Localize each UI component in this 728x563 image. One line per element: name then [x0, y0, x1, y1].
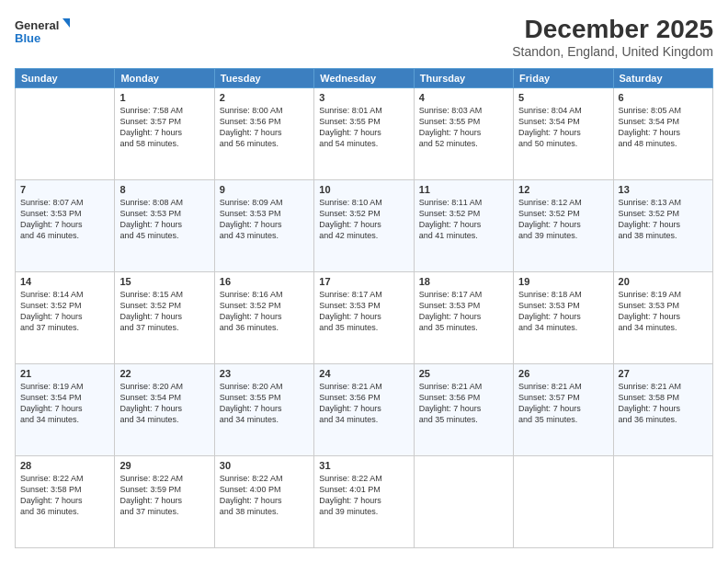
day-number: 12: [518, 184, 608, 195]
calendar-cell: 31Sunrise: 8:22 AMSunset: 4:01 PMDayligh…: [314, 456, 414, 548]
calendar-cell: 17Sunrise: 8:17 AMSunset: 3:53 PMDayligh…: [314, 272, 414, 364]
day-number: 23: [220, 368, 309, 379]
main-title: December 2025: [512, 15, 713, 44]
calendar-week-row: 21Sunrise: 8:19 AMSunset: 3:54 PMDayligh…: [16, 364, 713, 456]
cell-info: Sunrise: 8:21 AMSunset: 3:56 PMDaylight:…: [319, 381, 408, 426]
calendar-cell: 3Sunrise: 8:01 AMSunset: 3:55 PMDaylight…: [314, 88, 414, 180]
cell-info: Sunrise: 8:17 AMSunset: 3:53 PMDaylight:…: [319, 289, 408, 334]
day-number: 18: [419, 276, 508, 287]
cell-info: Sunrise: 8:05 AMSunset: 3:54 PMDaylight:…: [619, 105, 708, 150]
subtitle: Standon, England, United Kingdom: [512, 44, 713, 59]
day-number: 15: [119, 276, 209, 287]
day-number: 4: [419, 92, 508, 103]
calendar-cell: 29Sunrise: 8:22 AMSunset: 3:59 PMDayligh…: [115, 456, 214, 548]
cell-info: Sunrise: 8:14 AMSunset: 3:52 PMDaylight:…: [20, 289, 109, 334]
cell-info: Sunrise: 8:20 AMSunset: 3:55 PMDaylight:…: [220, 381, 309, 426]
calendar-cell: 27Sunrise: 8:21 AMSunset: 3:58 PMDayligh…: [613, 364, 712, 456]
calendar-cell: 26Sunrise: 8:21 AMSunset: 3:57 PMDayligh…: [514, 364, 613, 456]
calendar-cell: 18Sunrise: 8:17 AMSunset: 3:53 PMDayligh…: [414, 272, 513, 364]
day-number: 11: [419, 184, 508, 195]
calendar-cell: [16, 88, 115, 180]
svg-marker-2: [63, 18, 70, 28]
cell-info: Sunrise: 8:07 AMSunset: 3:53 PMDaylight:…: [20, 197, 109, 242]
calendar-day-header: Saturday: [613, 69, 712, 88]
day-number: 19: [518, 276, 608, 287]
day-number: 21: [20, 368, 109, 379]
cell-info: Sunrise: 8:16 AMSunset: 3:52 PMDaylight:…: [220, 289, 309, 334]
cell-info: Sunrise: 8:19 AMSunset: 3:54 PMDaylight:…: [20, 381, 109, 426]
calendar-cell: 4Sunrise: 8:03 AMSunset: 3:55 PMDaylight…: [414, 88, 513, 180]
cell-info: Sunrise: 8:22 AMSunset: 3:58 PMDaylight:…: [20, 473, 109, 518]
cell-info: Sunrise: 8:13 AMSunset: 3:52 PMDaylight:…: [619, 197, 708, 242]
calendar-cell: 11Sunrise: 8:11 AMSunset: 3:52 PMDayligh…: [414, 180, 513, 272]
calendar-day-header: Wednesday: [314, 69, 414, 88]
calendar-cell: 19Sunrise: 8:18 AMSunset: 3:53 PMDayligh…: [514, 272, 613, 364]
cell-info: Sunrise: 8:11 AMSunset: 3:52 PMDaylight:…: [419, 197, 508, 242]
calendar-cell: 5Sunrise: 8:04 AMSunset: 3:54 PMDaylight…: [514, 88, 613, 180]
calendar-cell: [414, 456, 513, 548]
calendar-day-header: Friday: [514, 69, 613, 88]
cell-info: Sunrise: 8:19 AMSunset: 3:53 PMDaylight:…: [619, 289, 708, 334]
day-number: 9: [220, 184, 309, 195]
calendar-day-header: Monday: [115, 69, 214, 88]
cell-info: Sunrise: 8:12 AMSunset: 3:52 PMDaylight:…: [518, 197, 608, 242]
day-number: 28: [20, 460, 109, 471]
calendar-cell: 7Sunrise: 8:07 AMSunset: 3:53 PMDaylight…: [16, 180, 115, 272]
day-number: 24: [319, 368, 408, 379]
day-number: 20: [619, 276, 708, 287]
cell-info: Sunrise: 8:22 AMSunset: 3:59 PMDaylight:…: [119, 473, 209, 518]
calendar-day-header: Tuesday: [214, 69, 313, 88]
cell-info: Sunrise: 8:21 AMSunset: 3:57 PMDaylight:…: [518, 381, 608, 426]
header: General Blue December 2025 Standon, Engl…: [15, 15, 713, 59]
calendar-table: SundayMondayTuesdayWednesdayThursdayFrid…: [15, 68, 713, 548]
calendar-cell: [613, 456, 712, 548]
day-number: 25: [419, 368, 508, 379]
cell-info: Sunrise: 7:58 AMSunset: 3:57 PMDaylight:…: [119, 105, 209, 150]
day-number: 27: [619, 368, 708, 379]
day-number: 22: [119, 368, 209, 379]
calendar-cell: 28Sunrise: 8:22 AMSunset: 3:58 PMDayligh…: [16, 456, 115, 548]
svg-text:Blue: Blue: [15, 31, 40, 45]
calendar-cell: 15Sunrise: 8:15 AMSunset: 3:52 PMDayligh…: [115, 272, 214, 364]
day-number: 2: [220, 92, 309, 103]
day-number: 26: [518, 368, 608, 379]
cell-info: Sunrise: 8:04 AMSunset: 3:54 PMDaylight:…: [518, 105, 608, 150]
day-number: 8: [119, 184, 209, 195]
calendar-cell: 8Sunrise: 8:08 AMSunset: 3:53 PMDaylight…: [115, 180, 214, 272]
calendar-cell: 14Sunrise: 8:14 AMSunset: 3:52 PMDayligh…: [16, 272, 115, 364]
cell-info: Sunrise: 8:17 AMSunset: 3:53 PMDaylight:…: [419, 289, 508, 334]
day-number: 17: [319, 276, 408, 287]
calendar-cell: 16Sunrise: 8:16 AMSunset: 3:52 PMDayligh…: [214, 272, 313, 364]
calendar-cell: 1Sunrise: 7:58 AMSunset: 3:57 PMDaylight…: [115, 88, 214, 180]
cell-info: Sunrise: 8:21 AMSunset: 3:58 PMDaylight:…: [619, 381, 708, 426]
page: General Blue December 2025 Standon, Engl…: [0, 0, 728, 563]
cell-info: Sunrise: 8:22 AMSunset: 4:00 PMDaylight:…: [220, 473, 309, 518]
calendar-cell: 2Sunrise: 8:00 AMSunset: 3:56 PMDaylight…: [214, 88, 313, 180]
day-number: 7: [20, 184, 109, 195]
calendar-cell: 30Sunrise: 8:22 AMSunset: 4:00 PMDayligh…: [214, 456, 313, 548]
calendar-day-header: Sunday: [16, 69, 115, 88]
calendar-cell: 9Sunrise: 8:09 AMSunset: 3:53 PMDaylight…: [214, 180, 313, 272]
svg-text:General: General: [15, 18, 59, 32]
title-block: December 2025 Standon, England, United K…: [512, 15, 713, 59]
day-number: 30: [220, 460, 309, 471]
calendar-cell: 13Sunrise: 8:13 AMSunset: 3:52 PMDayligh…: [613, 180, 712, 272]
calendar-day-header: Thursday: [414, 69, 513, 88]
calendar-cell: 22Sunrise: 8:20 AMSunset: 3:54 PMDayligh…: [115, 364, 214, 456]
calendar-cell: 10Sunrise: 8:10 AMSunset: 3:52 PMDayligh…: [314, 180, 414, 272]
calendar-cell: 21Sunrise: 8:19 AMSunset: 3:54 PMDayligh…: [16, 364, 115, 456]
calendar-cell: 23Sunrise: 8:20 AMSunset: 3:55 PMDayligh…: [214, 364, 313, 456]
calendar-week-row: 28Sunrise: 8:22 AMSunset: 3:58 PMDayligh…: [16, 456, 713, 548]
cell-info: Sunrise: 8:15 AMSunset: 3:52 PMDaylight:…: [119, 289, 209, 334]
cell-info: Sunrise: 8:03 AMSunset: 3:55 PMDaylight:…: [419, 105, 508, 150]
cell-info: Sunrise: 8:18 AMSunset: 3:53 PMDaylight:…: [518, 289, 608, 334]
day-number: 6: [619, 92, 708, 103]
day-number: 10: [319, 184, 408, 195]
cell-info: Sunrise: 8:08 AMSunset: 3:53 PMDaylight:…: [119, 197, 209, 242]
calendar-week-row: 7Sunrise: 8:07 AMSunset: 3:53 PMDaylight…: [16, 180, 713, 272]
logo-svg: General Blue: [15, 15, 70, 48]
calendar-cell: 25Sunrise: 8:21 AMSunset: 3:56 PMDayligh…: [414, 364, 513, 456]
cell-info: Sunrise: 8:00 AMSunset: 3:56 PMDaylight:…: [220, 105, 309, 150]
cell-info: Sunrise: 8:22 AMSunset: 4:01 PMDaylight:…: [319, 473, 408, 518]
calendar-header-row: SundayMondayTuesdayWednesdayThursdayFrid…: [16, 69, 713, 88]
